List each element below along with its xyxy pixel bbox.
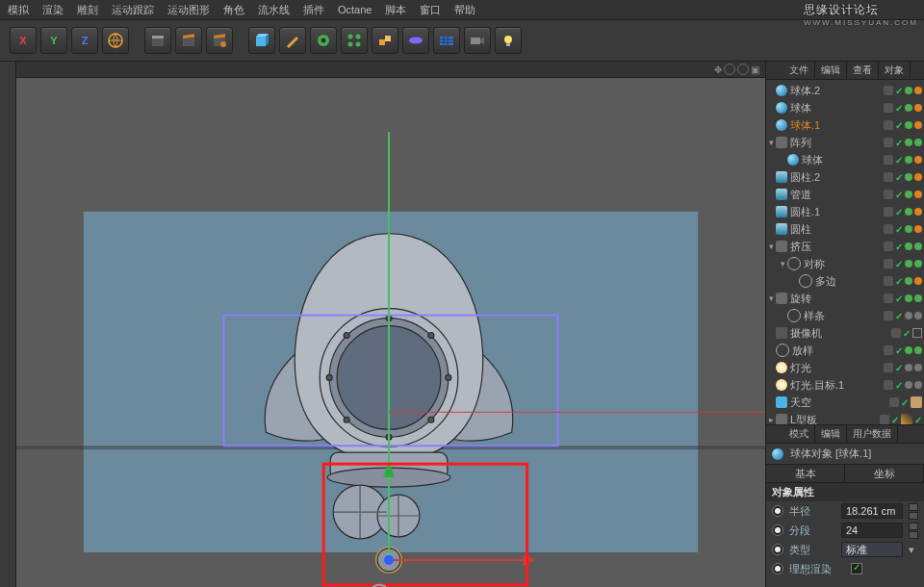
menu-item[interactable]: 插件 xyxy=(303,3,324,17)
vp-crosshair-icon[interactable]: ✥ xyxy=(714,64,722,75)
tree-row[interactable]: ▾旋转✓ xyxy=(766,290,924,307)
object-tags[interactable]: ✓ xyxy=(884,224,922,235)
menu-item[interactable]: 模拟 xyxy=(8,3,29,17)
tab-view[interactable]: 查看 xyxy=(847,62,879,79)
tab-userdata[interactable]: 用户数据 xyxy=(847,425,898,443)
object-tags[interactable]: ✓ xyxy=(884,138,922,148)
object-tags[interactable]: ✓ xyxy=(884,155,922,166)
tree-row[interactable]: 天空✓ xyxy=(766,394,924,411)
object-tags[interactable]: ✓ xyxy=(884,120,922,131)
tree-row[interactable]: ▾对称✓ xyxy=(766,255,924,272)
tree-row[interactable]: 灯光✓ xyxy=(766,359,924,376)
menu-item[interactable]: 窗口 xyxy=(420,3,441,17)
tree-row[interactable]: ▾阵列✓ xyxy=(766,134,924,151)
tab-mode[interactable]: 模式 xyxy=(783,425,815,443)
object-tags[interactable]: ✓ xyxy=(884,259,922,269)
object-tags[interactable]: ✓ xyxy=(884,207,922,217)
menu-item[interactable]: 流水线 xyxy=(258,3,290,17)
object-tags[interactable]: ✓ xyxy=(884,380,922,391)
tree-row[interactable]: 球体✓ xyxy=(766,151,924,168)
tree-row[interactable]: 放样✓ xyxy=(766,342,924,359)
subtab-coord[interactable]: 坐标 xyxy=(845,465,924,482)
tree-row[interactable]: 圆柱.1✓ xyxy=(766,203,924,220)
vp-maximize-icon[interactable]: ▣ xyxy=(751,64,759,75)
tree-row[interactable]: ▾挤压✓ xyxy=(766,238,924,255)
clapboard2-button[interactable] xyxy=(175,27,202,54)
object-tags[interactable]: ✓ xyxy=(889,396,922,408)
tree-row[interactable]: 灯光.目标.1✓ xyxy=(766,376,924,394)
tree-row[interactable]: 球体✓ xyxy=(766,99,924,116)
object-tags[interactable]: ✓ xyxy=(884,276,922,287)
chevron-down-icon[interactable]: ▾ xyxy=(909,544,918,556)
light-button[interactable] xyxy=(495,27,522,54)
tree-row[interactable]: 管道✓ xyxy=(766,186,924,203)
object-tags[interactable]: ✓ xyxy=(884,86,922,96)
radio-icon[interactable] xyxy=(772,544,783,555)
object-tags[interactable]: ✓ xyxy=(884,363,922,373)
object-tree[interactable]: 球体.2✓球体✓球体.1✓▾阵列✓球体✓圆柱.2✓管道✓圆柱.1✓圆柱✓▾挤压✓… xyxy=(766,80,924,424)
cube-button[interactable] xyxy=(248,27,275,54)
tree-row[interactable]: 圆柱.2✓ xyxy=(766,168,924,186)
axis-y-button[interactable]: Y xyxy=(40,27,67,54)
tab-file[interactable]: 文件 xyxy=(783,62,815,79)
radio-icon[interactable] xyxy=(772,563,783,574)
axis-x-button[interactable]: X xyxy=(10,27,37,54)
tree-row[interactable]: ▸L型板✓✓ xyxy=(766,411,924,424)
vp-nav-icon[interactable] xyxy=(737,64,749,75)
radio-icon[interactable] xyxy=(772,524,783,536)
tree-row[interactable]: 摄像机✓ xyxy=(766,324,924,342)
tree-row[interactable]: 球体.1✓ xyxy=(766,116,924,134)
array-button[interactable] xyxy=(341,27,368,54)
object-tags[interactable]: ✓ xyxy=(891,328,922,339)
menu-item[interactable]: 运动跟踪 xyxy=(112,3,154,17)
clapboard1-button[interactable] xyxy=(144,27,171,54)
object-tags[interactable]: ✓ xyxy=(884,345,922,356)
object-tags[interactable]: ✓ xyxy=(884,103,922,114)
subtab-basic[interactable]: 基本 xyxy=(766,465,845,482)
menu-item[interactable]: 运动图形 xyxy=(167,3,210,17)
object-tags[interactable]: ✓ xyxy=(884,190,922,200)
radius-field[interactable]: 18.261 cm xyxy=(841,503,903,519)
expand-icon[interactable]: ▾ xyxy=(778,259,787,268)
tree-row[interactable]: 圆柱✓ xyxy=(766,220,924,238)
deformer-button[interactable] xyxy=(310,27,337,54)
menu-item[interactable]: 帮助 xyxy=(454,3,475,17)
tab-edit2[interactable]: 编辑 xyxy=(815,425,847,443)
radio-icon[interactable] xyxy=(772,505,783,517)
tree-row[interactable]: 多边✓ xyxy=(766,272,924,290)
expand-icon[interactable]: ▾ xyxy=(766,242,776,251)
floor-button[interactable] xyxy=(433,27,460,54)
object-tags[interactable]: ✓✓ xyxy=(880,414,922,424)
attr-tabs: 模式 编辑 用户数据 xyxy=(766,425,924,444)
axis-z-button[interactable]: Z xyxy=(71,27,98,54)
spinner[interactable] xyxy=(909,503,918,520)
tree-row[interactable]: 样条✓ xyxy=(766,307,924,324)
clapboard3-button[interactable] xyxy=(206,27,233,54)
vp-nav-icon[interactable] xyxy=(724,64,735,75)
expand-icon[interactable]: ▾ xyxy=(766,294,776,303)
type-field[interactable]: 标准 xyxy=(841,542,903,557)
viewport[interactable]: Ui·cn xyxy=(16,78,765,587)
world-axis-button[interactable] xyxy=(102,27,129,54)
tree-row[interactable]: 球体.2✓ xyxy=(766,82,924,99)
tab-edit[interactable]: 编辑 xyxy=(815,62,847,79)
tab-object[interactable]: 对象 xyxy=(879,62,911,79)
instance-button[interactable] xyxy=(372,27,398,54)
menu-item[interactable]: 雕刻 xyxy=(77,3,98,17)
object-tags[interactable]: ✓ xyxy=(884,172,922,183)
pen-button[interactable] xyxy=(279,27,306,54)
spinner[interactable] xyxy=(909,523,918,539)
camera-button[interactable] xyxy=(464,27,491,54)
menu-item[interactable]: 脚本 xyxy=(385,3,406,17)
object-tags[interactable]: ✓ xyxy=(884,242,922,252)
expand-icon[interactable]: ▾ xyxy=(766,138,776,147)
object-tags[interactable]: ✓ xyxy=(884,294,922,304)
segments-field[interactable]: 24 xyxy=(841,523,903,538)
ideal-checkbox[interactable] xyxy=(851,563,862,574)
menu-item[interactable]: 渲染 xyxy=(42,3,64,17)
expand-icon[interactable]: ▸ xyxy=(766,415,776,424)
object-tags[interactable]: ✓ xyxy=(884,311,922,321)
menu-item[interactable]: 角色 xyxy=(223,3,244,17)
disc-button[interactable] xyxy=(402,27,429,54)
menu-item[interactable]: Octane xyxy=(338,4,372,15)
